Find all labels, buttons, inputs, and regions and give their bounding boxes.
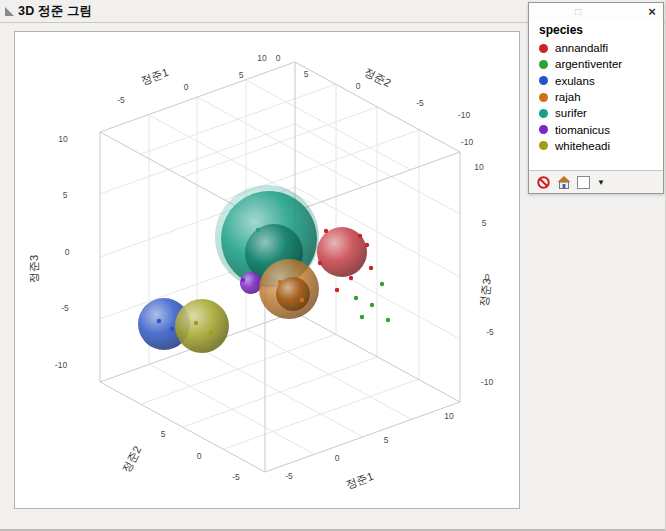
tick-label: 5 [161,429,166,439]
data-point [358,234,362,238]
tick-label: 5 [239,70,244,80]
legend-toolbar: ▼ [529,170,663,193]
species-color-dot [539,125,548,134]
species-label: rajah [555,91,581,103]
species-label: annandalfi [555,42,608,54]
legend-item-surifer[interactable]: surifer [539,105,657,121]
tick-label: -5 [416,98,424,108]
legend-window: □ × species annandalfiargentiventerexula… [528,2,664,194]
data-point [241,278,245,282]
axis-label: 정준2 [363,66,394,89]
tick-label: 0 [335,453,340,463]
data-point [194,321,198,325]
tick-label: 0 [356,81,361,91]
dropdown-arrow-icon[interactable]: ▼ [597,178,605,187]
ellipsoid-whiteheadi [175,299,229,353]
tick-label: 10 [474,162,484,172]
data-point [349,276,353,280]
species-label: tiomanicus [555,124,610,136]
tick-label: -10 [461,137,474,147]
tick-label: -10 [55,360,68,370]
tick-label: -5 [232,472,240,482]
tick-label: -10 [458,110,471,120]
data-point [380,282,384,286]
legend-titlebar[interactable]: □ × [529,3,663,20]
axis-label: 정준1 [344,470,375,491]
data-point [279,243,283,247]
tick-label: -5 [61,303,69,313]
data-point [369,266,373,270]
exclude-icon[interactable] [536,175,551,190]
data-point [170,327,174,331]
species-color-dot [539,141,548,150]
species-label: surifer [555,107,587,119]
species-color-dot [539,44,548,53]
legend-title: species [539,23,657,37]
data-point [365,243,369,247]
data-point [360,315,364,319]
close-icon[interactable]: × [643,4,661,19]
tick-label: -10 [481,377,494,387]
species-color-dot [539,93,548,102]
canonical-3d-plot[interactable]: -50510050-5-101050-5-10-101050-5-10-5051… [15,32,519,508]
legend-item-rajah[interactable]: rajah [539,89,657,105]
tick-label: 5 [482,218,487,228]
jmp-3d-canonical-report-window: { "header": { "title": "3D 정준 그림" }, "le… [0,0,666,531]
data-point [335,288,339,292]
legend-item-tiomanicus[interactable]: tiomanicus [539,121,657,137]
legend-item-argentiventer[interactable]: argentiventer [539,56,657,72]
tick-label: -5 [117,95,125,105]
data-point [386,318,390,322]
data-point [278,280,282,284]
legend-item-exulans[interactable]: exulans [539,73,657,89]
axis-label: 정준3 [477,278,492,307]
data-point [354,296,358,300]
data-point [157,319,161,323]
legend-item-annandalfi[interactable]: annandalfi [539,40,657,56]
species-color-dot [539,109,548,118]
tick-label: -5 [285,471,293,481]
tick-label: 10 [58,134,68,144]
tick-label: 0 [197,451,202,461]
species-color-dot [539,76,548,85]
color-swatch[interactable] [576,175,591,190]
tick-label: 10 [444,411,454,421]
disclosure-triangle-icon[interactable] [5,7,14,16]
tick-label: 10 [257,53,267,63]
tick-label: 0 [65,247,70,257]
home-icon[interactable] [556,175,571,190]
tick-label: 0 [276,53,281,63]
report-title: 3D 정준 그림 [18,3,93,20]
disclosure-triangle-shape [5,7,14,16]
species-color-dot [539,60,548,69]
tick-label: 5 [63,190,68,200]
maximize-icon[interactable]: □ [569,4,587,19]
tick-label: 5 [384,435,389,445]
legend-item-whiteheadi[interactable]: whiteheadi [539,138,657,154]
data-point [300,298,304,302]
species-label: exulans [555,75,595,87]
data-point [256,228,260,232]
data-point [209,331,213,335]
legend-items: annandalfiargentiventerexulansrajahsurif… [539,40,657,154]
data-point [370,303,374,307]
tick-label: 0 [184,82,189,92]
data-point [318,261,322,265]
axis-label: 정준1 [139,66,170,87]
tick-label: 5 [304,69,309,79]
axis-label: 정준3 [28,255,40,283]
tick-label: -5 [486,327,494,337]
species-label: whiteheadi [555,140,610,152]
legend-body: species annandalfiargentiventerexulansra… [529,20,663,170]
axis-label: 정준2 [120,444,144,474]
plot-3d-frame: -50510050-5-101050-5-10-101050-5-10-5051… [14,31,520,509]
ellipsoid-tiomanicus [240,272,262,294]
data-point [324,229,328,233]
species-label: argentiventer [555,58,622,70]
